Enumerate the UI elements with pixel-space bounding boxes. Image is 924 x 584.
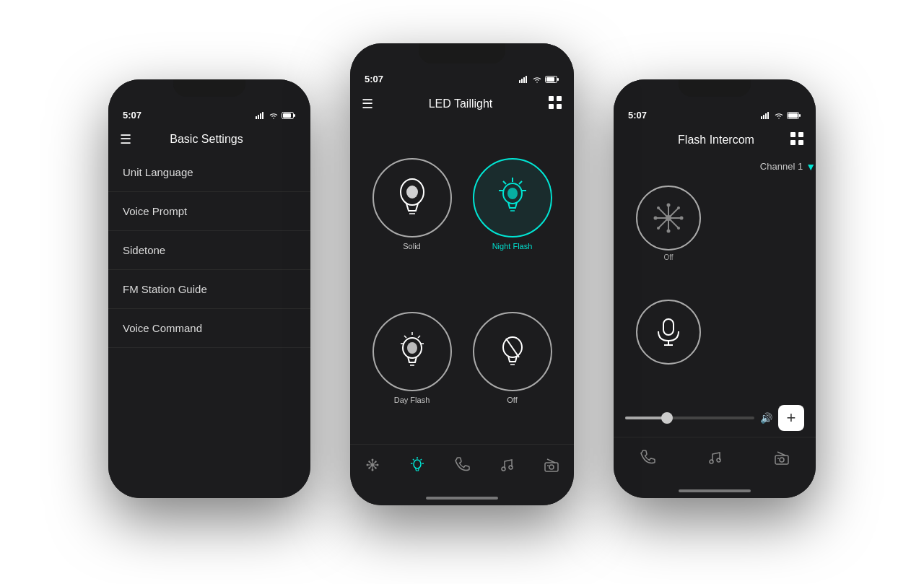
status-icons-right (761, 112, 801, 119)
mode-off[interactable]: Off (471, 290, 554, 427)
svg-point-64 (509, 466, 513, 469)
bulb-flash-icon (494, 176, 531, 219)
mode-night-flash-circle (473, 158, 552, 237)
mode-off-circle (473, 312, 552, 391)
home-bar-right (679, 489, 751, 492)
mode-day-flash-circle (372, 312, 452, 391)
svg-line-34 (404, 336, 406, 338)
plus-icon: + (787, 410, 796, 426)
svg-rect-76 (790, 132, 796, 137)
svg-rect-7 (519, 80, 520, 83)
settings-item-voice-prompt[interactable]: Voice Prompt (108, 192, 310, 231)
status-bar-center: 5:07 (350, 64, 574, 90)
svg-point-39 (407, 342, 417, 354)
bulb-day-icon (394, 330, 430, 373)
svg-line-60 (413, 459, 414, 461)
settings-list: Unit Language Voice Prompt Sidetone FM S… (108, 153, 310, 348)
mode-night-flash[interactable]: Night Flash (471, 136, 554, 273)
settings-item-voice-command[interactable]: Voice Command (108, 309, 310, 348)
bulb-off-icon (494, 330, 531, 373)
nav-phone-right[interactable] (633, 443, 662, 472)
svg-point-91 (677, 227, 680, 230)
svg-point-86 (654, 216, 658, 219)
svg-rect-9 (523, 77, 525, 83)
right-mic[interactable] (628, 300, 709, 392)
home-bar-center (426, 497, 498, 500)
svg-point-89 (677, 206, 680, 209)
nav-snowflake[interactable] (358, 450, 387, 479)
svg-rect-5 (294, 114, 295, 117)
mode-solid[interactable]: Solid (370, 136, 453, 273)
svg-rect-72 (767, 112, 769, 119)
mode-solid-circle (372, 158, 452, 237)
settings-item-sidetone[interactable]: Sidetone (108, 231, 310, 270)
menu-icon-left[interactable]: ☰ (120, 131, 131, 147)
phone-center: 5:07 (350, 43, 574, 505)
nav-music[interactable] (492, 450, 521, 479)
svg-line-23 (519, 181, 522, 184)
status-icons-center (519, 76, 559, 83)
battery-icon-left (282, 112, 296, 119)
svg-point-66 (549, 465, 554, 469)
menu-icon-center[interactable]: ☰ (362, 96, 373, 112)
svg-point-63 (502, 467, 505, 471)
svg-rect-74 (799, 114, 801, 117)
svg-rect-69 (761, 116, 762, 119)
svg-line-58 (421, 459, 422, 461)
svg-rect-77 (798, 132, 803, 137)
volume-slider[interactable] (625, 417, 754, 419)
nav-radio[interactable] (537, 450, 566, 479)
channel-dropdown-icon[interactable]: ▼ (806, 161, 816, 173)
svg-rect-15 (557, 96, 562, 101)
bottom-nav-right (614, 437, 816, 484)
grid-icon-center[interactable] (548, 95, 562, 113)
svg-rect-93 (663, 319, 674, 335)
svg-point-85 (667, 229, 671, 232)
nav-radio-right[interactable] (767, 443, 796, 472)
svg-rect-3 (262, 112, 263, 119)
home-indicator-right (614, 484, 816, 498)
time-left: 5:07 (123, 110, 141, 121)
signal-icon-left (256, 112, 266, 119)
nav-music-right[interactable] (700, 443, 729, 472)
svg-rect-1 (258, 115, 259, 119)
settings-item-language[interactable]: Unit Language (108, 153, 310, 192)
time-center: 5:07 (365, 74, 383, 84)
mode-off-label: Off (507, 396, 517, 404)
battery-icon-center (545, 76, 559, 83)
svg-rect-16 (549, 104, 554, 109)
svg-rect-12 (557, 78, 559, 81)
volume-icon: 🔊 (760, 412, 772, 424)
svg-line-32 (418, 336, 420, 338)
svg-point-90 (657, 227, 660, 230)
svg-point-68 (547, 465, 549, 466)
bottom-nav-center (350, 444, 574, 491)
svg-rect-75 (788, 113, 798, 118)
home-indicator-center (350, 491, 574, 505)
settings-item-fm-station[interactable]: FM Station Guide (108, 270, 310, 309)
mode-solid-label: Solid (403, 242, 420, 250)
grid-icon-right[interactable] (790, 131, 804, 149)
right-empty-col (720, 186, 801, 289)
screen-left: 5:07 (108, 79, 310, 498)
screen-center: 5:07 (350, 43, 574, 505)
header-left: ☰ Basic Settings (108, 126, 310, 153)
nav-phone[interactable] (448, 450, 476, 479)
time-right: 5:07 (628, 110, 647, 121)
nav-bulb[interactable] (403, 450, 432, 479)
svg-point-30 (507, 188, 518, 199)
mode-day-flash[interactable]: Day Flash (370, 290, 453, 427)
mic-icon-right (655, 318, 681, 347)
svg-rect-2 (260, 113, 261, 119)
plus-button[interactable]: + (778, 405, 804, 431)
channel-row: Channel 1 ▼ (614, 155, 816, 178)
svg-point-92 (666, 215, 671, 221)
title-center: LED Taillight (429, 97, 493, 110)
wifi-icon-left (269, 112, 279, 119)
notch-left (173, 79, 245, 97)
right-mode-off[interactable]: Off (628, 186, 709, 289)
status-bar-right: 5:07 (614, 100, 816, 126)
svg-rect-10 (526, 76, 527, 83)
right-mic-circle (636, 300, 701, 365)
screen-right: 5:07 (614, 79, 816, 498)
